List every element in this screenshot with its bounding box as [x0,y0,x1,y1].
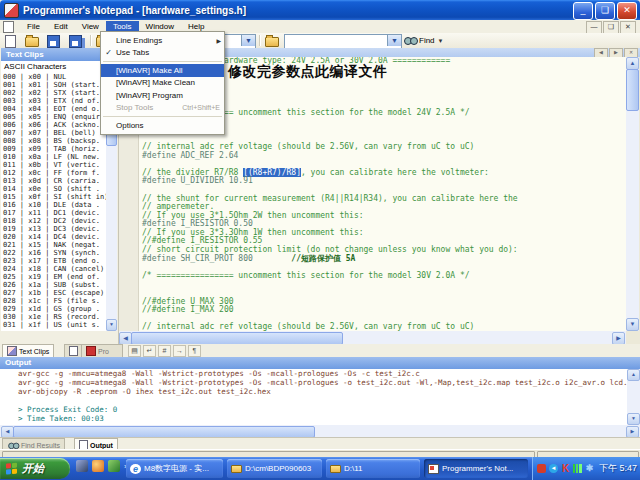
tab-projects[interactable]: Pro [81,344,123,358]
whitespace-toggle-icon-1[interactable]: ▤ [128,345,141,357]
list-item[interactable]: 002 | x02 | STX (start. [1,89,106,97]
menu-item-winavr-make-all[interactable]: [WinAVR] Make All [101,64,224,77]
list-item[interactable]: 021 | x15 | NAK (negat. [1,241,106,249]
output-line: avr-gcc -g -mmcu=atmega8 -Wall -Wstrict-… [0,378,640,387]
scroll-down-icon[interactable]: ▼ [106,319,117,331]
quick-launch-icon-1[interactable] [76,460,88,472]
list-item[interactable]: 013 | x0d | CR (carria. [1,177,106,185]
whitespace-toggle-icon-4[interactable]: → [173,345,186,357]
code-line: #define U_DIVIDER 10.91 [142,177,626,186]
list-item[interactable]: 025 | x19 | EM (end of. [1,273,106,281]
desktop: Programmer's Notepad - [hardware_setting… [0,0,640,480]
code-line: /* ================ uncomment this secti… [142,272,626,281]
editor-hscrollbar[interactable]: ◀ ▶ [118,331,626,344]
open-file-button[interactable] [23,34,41,47]
menu-item-winavr-make-clean[interactable]: [WinAVR] Make Clean [101,77,224,90]
save-all-button[interactable] [67,34,85,47]
taskbar-button-programmer-s-not[interactable]: Programmer's Not... [424,459,528,478]
submenu-arrow-icon: ▶ [216,37,221,44]
save-button[interactable] [45,34,63,47]
task-label: Programmer's Not... [442,464,513,473]
quick-launch-icon-3[interactable] [108,460,120,472]
menu-item-use-tabs[interactable]: ✓Use Tabs [101,47,224,60]
list-item[interactable]: 007 | x07 | BEL (bell) [1,129,106,137]
menu-item-stop-tools[interactable]: Stop ToolsCtrl+Shift+E [101,102,224,115]
panel-tab-row: Text Clips Pro ▤↵#→¶ [0,344,640,357]
taskbar-button-m8[interactable]: eM8数字电源 - 实... [126,459,223,478]
scroll-down-icon[interactable]: ▼ [626,318,639,331]
close-button[interactable]: ✕ [617,2,637,20]
document-icon[interactable] [3,21,14,33]
find-dropdown-arrow-icon[interactable]: ▼ [438,38,444,44]
list-item[interactable]: 012 | x0c | FF (form f. [1,169,106,177]
menu-edit[interactable]: Edit [47,21,75,32]
list-item[interactable]: 015 | x0f | SI (shift in) [1,193,106,201]
chevron-down-icon[interactable]: ▼ [241,35,255,46]
scroll-up-icon[interactable]: ▲ [627,369,640,381]
quick-launch-icon-2[interactable] [92,460,104,472]
signal-icon[interactable] [573,464,582,473]
editor-vscrollbar[interactable]: ▲ ▼ [626,57,639,331]
find-button[interactable]: Find [419,36,435,45]
flower-icon[interactable]: ✱ [585,464,594,473]
open-project-button[interactable] [263,34,281,47]
kingsoft-icon[interactable]: K [561,464,570,473]
menu-bar: FileEditViewToolsWindowHelp — ❏ ✕ [0,20,640,34]
find-results-icon [8,442,18,448]
checkmark-icon: ✓ [101,48,116,57]
output-vscrollbar[interactable]: ▲ ▼ [627,369,640,425]
list-item[interactable]: 008 | x08 | BS (backsp. [1,137,106,145]
list-item[interactable]: 022 | x16 | SYN (synch. [1,249,106,257]
restore-button[interactable]: ❏ [595,2,615,20]
new-file-button[interactable] [2,34,20,47]
list-item[interactable]: 004 | x04 | EOT (end o. [1,105,106,113]
list-item[interactable]: 019 | x13 | DC3 (devic. [1,225,106,233]
list-item[interactable]: 030 | x1e | RS (record. [1,313,106,321]
chinese-annotation: 修改完参数点此编译文件 [228,63,388,81]
list-item[interactable]: 027 | x1b | ESC (escape) [1,289,106,297]
list-item[interactable]: 020 | x14 | DC4 (devic. [1,233,106,241]
scroll-thumb[interactable] [626,69,639,111]
taskbar-button-d-11[interactable]: D:\11 [326,459,420,478]
output-panel-header: Output [0,357,640,369]
list-item[interactable]: 009 | x09 | TAB (horiz. [1,145,106,153]
list-item[interactable]: 029 | x1d | GS (group . [1,305,106,313]
whitespace-toggle-icon-3[interactable]: # [158,345,171,357]
list-item[interactable]: 005 | x05 | ENQ (enquiry [1,113,106,121]
list-item[interactable]: 011 | x0b | VT (vertic. [1,161,106,169]
list-item[interactable]: 031 | x1f | US (unit s. [1,321,106,329]
start-button[interactable]: 开始 [0,458,70,479]
taskbar-button-d-cm-bdp090603[interactable]: D:\cm\BDP090603 [227,459,322,478]
list-item[interactable]: 026 | x1a | SUB (subst. [1,281,106,289]
output-line: avr-gcc -g -mmcu=atmega8 -Wall -Wstrict-… [0,369,640,378]
tab-text-clips[interactable]: Text Clips [2,344,54,358]
menu-item-options[interactable]: Options [101,119,224,132]
code-line [142,280,626,289]
list-item[interactable]: 000 | x00 | NUL [1,73,106,81]
list-item[interactable]: 006 | x06 | ACK (ackno. [1,121,106,129]
whitespace-toggle-icon-5[interactable]: ¶ [188,345,201,357]
tray-device-icon[interactable] [537,464,546,473]
scroll-down-icon[interactable]: ▼ [627,413,640,425]
list-item[interactable]: 023 | x17 | ETB (end o. [1,257,106,265]
whitespace-toggle-icon-2[interactable]: ↵ [143,345,156,357]
menu-item-line-endings[interactable]: Line Endings▶ [101,34,224,47]
menu-item-winavr-program[interactable]: [WinAVR] Program [101,89,224,102]
output-hscrollbar[interactable]: ◀ ▶ [0,425,640,437]
output-console[interactable]: avr-gcc -g -mmcu=atmega8 -Wall -Wstrict-… [0,369,640,425]
list-item[interactable]: 003 | x03 | ETX (nd of. [1,97,106,105]
list-item[interactable]: 018 | x12 | DC2 (devic. [1,217,106,225]
list-item[interactable]: 017 | x11 | DC1 (devic. [1,209,106,217]
messenger-icon[interactable]: ◄ [549,464,558,473]
list-item[interactable]: 010 | x0a | LF (NL new. [1,153,106,161]
task-label: D:\cm\BDP090603 [245,464,311,473]
find-combobox[interactable]: ▼ [284,34,402,49]
minimize-button[interactable]: _ [573,2,593,20]
menu-file[interactable]: File [20,21,47,32]
list-item[interactable]: 001 | x01 | SOH (start. [1,81,106,89]
list-item[interactable]: 028 | x1c | FS (file s. [1,297,106,305]
list-item[interactable]: 014 | x0e | SO (shift . [1,185,106,193]
list-item[interactable]: 016 | x10 | DLE (data . [1,201,106,209]
list-item[interactable]: 024 | x18 | CAN (cancel) [1,265,106,273]
chevron-down-icon[interactable]: ▼ [387,35,401,46]
